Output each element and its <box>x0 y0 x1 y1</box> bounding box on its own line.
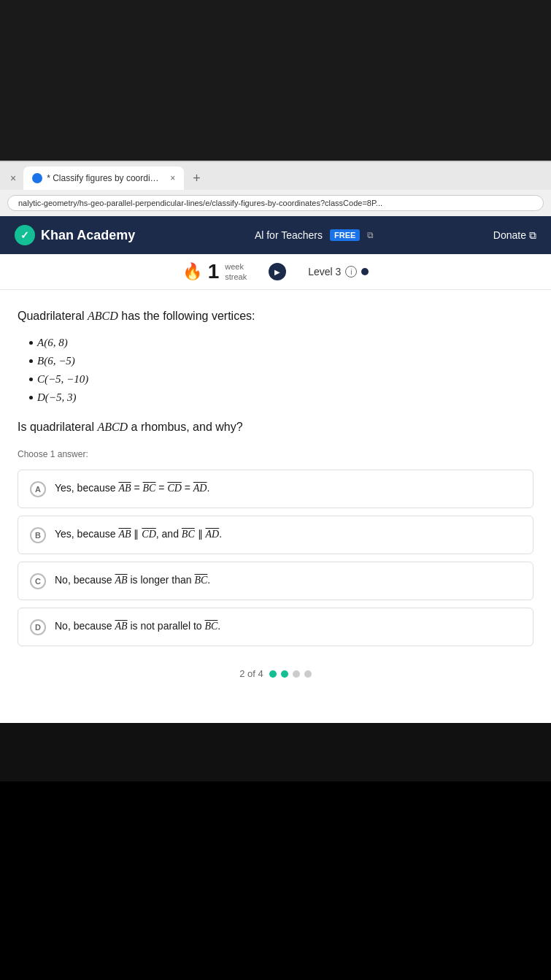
choice-circle-a: A <box>30 481 46 497</box>
level-info-icon[interactable]: i <box>345 266 357 277</box>
address-bar-row: nalytic-geometry/hs-geo-parallel-perpend… <box>0 190 551 216</box>
address-bar[interactable]: nalytic-geometry/hs-geo-parallel-perpend… <box>7 195 544 211</box>
streak-bar: 🔥 1 week streak ▶ Level 3 i <box>0 254 551 290</box>
tab-label: * Classify figures by coordinat... <box>47 173 163 183</box>
bullet-b <box>29 359 33 363</box>
donate-label: Donate <box>493 229 526 241</box>
vertex-c: C(−5, −10) <box>29 373 533 386</box>
week-label: week <box>225 261 247 272</box>
progress-dot-1 <box>269 670 277 678</box>
flame-icon: 🔥 <box>182 262 202 281</box>
streak-text: week streak <box>225 261 247 283</box>
ai-teachers-external-icon[interactable]: ⧉ <box>367 230 374 240</box>
tab-favicon <box>32 173 42 183</box>
choice-circle-b: B <box>30 527 46 543</box>
vertex-d: D(−5, 3) <box>29 391 533 404</box>
ka-logo[interactable]: ✓ Khan Academy <box>15 225 135 245</box>
progress-dot-2 <box>281 670 288 678</box>
question-area: Quadrilateral ABCD has the following ver… <box>0 290 551 459</box>
choice-circle-d: D <box>30 619 46 635</box>
ka-logo-text: Khan Academy <box>41 228 135 243</box>
progress-dots <box>269 670 312 678</box>
level-info: Level 3 i <box>308 266 369 277</box>
page-content: ✓ Khan Academy Al for Teachers FREE ⧉ Do… <box>0 216 551 723</box>
vertex-a: A(6, 8) <box>29 337 533 349</box>
window-close-button[interactable]: × <box>6 171 20 185</box>
tab-close-icon[interactable]: × <box>170 173 175 183</box>
active-tab[interactable]: * Classify figures by coordinat... × <box>23 166 184 190</box>
choice-circle-c: C <box>30 573 46 589</box>
choose-label: Choose 1 answer: <box>18 449 533 459</box>
answer-choice-d[interactable]: D No, because AB is not parallel to BC. <box>18 608 533 646</box>
progress-label: 2 of 4 <box>239 668 263 679</box>
streak-info: 🔥 1 week streak <box>182 260 247 283</box>
free-badge[interactable]: FREE <box>330 229 360 241</box>
streak-label: streak <box>225 272 247 282</box>
donate-external-icon: ⧉ <box>529 229 536 242</box>
ka-navbar: ✓ Khan Academy Al for Teachers FREE ⧉ Do… <box>0 216 551 254</box>
level-label: Level 3 <box>308 266 341 277</box>
bullet-d <box>29 396 33 399</box>
bottom-bezel <box>0 723 551 781</box>
choice-text-a: Yes, because AB = BC = CD = AD. <box>55 481 521 496</box>
ka-logo-icon: ✓ <box>15 225 35 245</box>
vertex-b: B(6, −5) <box>29 355 533 367</box>
streak-number: 1 <box>208 260 220 283</box>
progress-dot-3 <box>293 670 300 678</box>
answer-choice-b[interactable]: B Yes, because AB ∥ CD, and BC ∥ AD. <box>18 516 533 554</box>
play-button[interactable]: ▶ <box>269 263 286 280</box>
ai-teachers-label: Al for Teachers <box>255 229 323 241</box>
answers-area: A Yes, because AB = BC = CD = AD. B Yes,… <box>0 470 551 646</box>
answer-choice-a[interactable]: A Yes, because AB = BC = CD = AD. <box>18 470 533 508</box>
bullet-a <box>29 341 33 345</box>
level-dot <box>361 268 369 275</box>
answer-choice-c[interactable]: C No, because AB is longer than BC. <box>18 562 533 600</box>
new-tab-button[interactable]: + <box>187 169 207 188</box>
choice-text-b: Yes, because AB ∥ CD, and BC ∥ AD. <box>55 527 521 542</box>
donate-button[interactable]: Donate ⧉ <box>493 229 536 242</box>
progress-area: 2 of 4 <box>0 654 551 694</box>
progress-dot-4 <box>304 670 312 678</box>
vertices-list: A(6, 8) B(6, −5) C(−5, −10) D(−5, 3) <box>18 337 533 404</box>
ka-nav-center: Al for Teachers FREE ⧉ <box>150 229 478 241</box>
browser-chrome: × * Classify figures by coordinat... × +… <box>0 161 551 216</box>
top-bezel <box>0 0 551 161</box>
bullet-c <box>29 378 33 381</box>
sub-question: Is quadrilateral ABCD a rhombus, and why… <box>18 418 533 436</box>
question-intro: Quadrilateral ABCD has the following ver… <box>18 307 533 325</box>
tab-bar: × * Classify figures by coordinat... × + <box>0 162 551 190</box>
choice-text-d: No, because AB is not parallel to BC. <box>55 619 521 634</box>
choice-text-c: No, because AB is longer than BC. <box>55 573 521 588</box>
